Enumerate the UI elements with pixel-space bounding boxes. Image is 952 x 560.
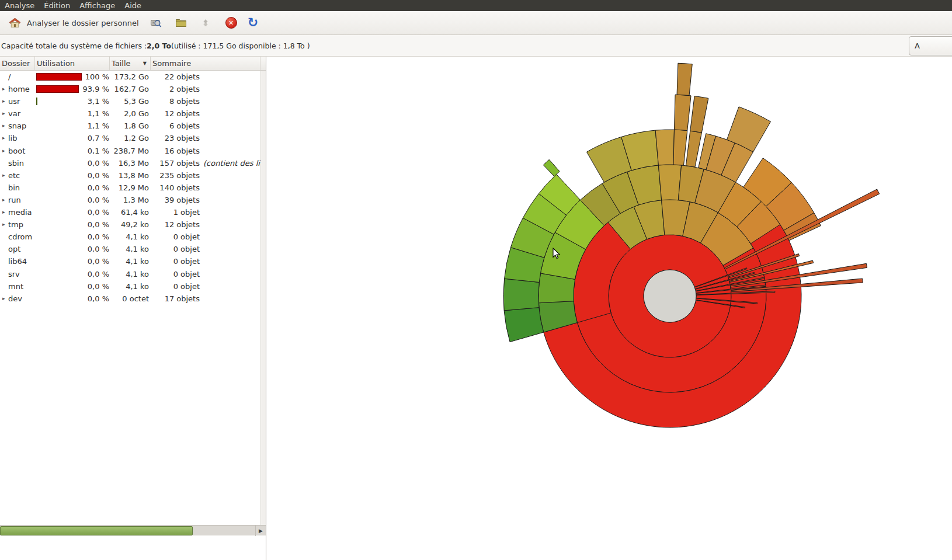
table-row[interactable]: ▸media0,0 %61,4 ko1 objet <box>0 206 260 218</box>
sort-descending-icon: ▼ <box>143 61 147 66</box>
size-value: 2,0 Go <box>110 107 149 120</box>
scan-home-button[interactable]: Analyser le dossier personnel <box>2 13 144 33</box>
summary-value: 12 objets <box>150 218 200 231</box>
table-row[interactable]: bin0,0 %12,9 Mo140 objets <box>0 182 260 194</box>
ring-segment[interactable] <box>673 130 687 165</box>
folder-cell: opt <box>0 243 35 255</box>
usage-percent: 93,9 % <box>82 83 109 95</box>
usage-percent: 0,0 % <box>82 268 109 280</box>
table-row[interactable]: /100 %173,2 Go22 objets <box>0 71 260 83</box>
ring-segment[interactable] <box>503 279 539 311</box>
refresh-button[interactable]: ↻ <box>242 13 263 33</box>
usage-bar <box>36 98 37 105</box>
table-row[interactable]: ▸tmp0,0 %49,2 ko12 objets <box>0 218 260 231</box>
table-row[interactable]: cdrom0,0 %4,1 ko0 objet <box>0 231 260 243</box>
summary-value: 17 objets <box>150 293 200 305</box>
summary-value: 12 objets <box>150 107 200 120</box>
view-selector-button[interactable]: A <box>909 36 952 55</box>
scan-filesystem-button[interactable] <box>144 13 169 33</box>
summary-note: (contient des lie <box>203 157 260 169</box>
usage-bar-cell <box>36 233 82 241</box>
column-header-dossier[interactable]: Dossier <box>0 57 35 70</box>
folder-name: tmp <box>8 218 23 231</box>
table-row[interactable]: sbin0,0 %16,3 Mo157 objets(contient des … <box>0 157 260 169</box>
scan-remote-button[interactable] <box>193 13 218 33</box>
usage-bar-cell <box>36 98 82 105</box>
expander-icon[interactable]: ▸ <box>2 145 5 157</box>
table-row[interactable]: ▸snap1,1 %1,8 Go6 objets <box>0 120 260 132</box>
panel-divider <box>266 57 266 560</box>
table-row[interactable]: ▸home93,9 %162,7 Go2 objets <box>0 83 260 95</box>
usage-percent: 0,0 % <box>82 218 109 231</box>
summary-value: 23 objets <box>150 132 200 144</box>
usage-percent: 0,7 % <box>82 132 109 144</box>
expander-icon[interactable]: ▸ <box>2 169 5 182</box>
stop-button[interactable]: ✕ <box>220 13 242 33</box>
ring-segment[interactable] <box>655 130 674 165</box>
column-header-sommaire[interactable]: Sommaire <box>151 57 260 70</box>
menu-affichage[interactable]: Affichage <box>75 0 120 11</box>
folder-cell: srv <box>0 268 35 280</box>
folder-cell: ▸var <box>0 107 35 120</box>
column-header-utilisation[interactable]: Utilisation <box>35 57 110 70</box>
table-row[interactable]: mnt0,0 %4,1 ko0 objet <box>0 280 260 293</box>
table-row[interactable]: ▸usr3,1 %5,3 Go8 objets <box>0 95 260 107</box>
menu-analyse[interactable]: Analyse <box>1 0 40 11</box>
table-row[interactable]: ▸run0,0 %1,3 Mo39 objets <box>0 194 260 206</box>
ring-segment[interactable] <box>677 63 692 95</box>
expander-icon[interactable]: ▸ <box>2 95 5 107</box>
capacity-total: 2,0 To <box>147 41 171 50</box>
menu-aide[interactable]: Aide <box>120 0 147 11</box>
usage-bar-cell <box>36 196 82 204</box>
expander-icon[interactable]: ▸ <box>2 194 5 206</box>
ring-segment[interactable] <box>690 96 708 133</box>
ring-chart[interactable] <box>266 57 952 560</box>
table-row[interactable]: ▸etc0,0 %13,8 Mo235 objets <box>0 169 260 182</box>
ring-segment[interactable] <box>504 308 544 342</box>
ring-segment[interactable] <box>674 95 691 130</box>
usage-percent: 0,0 % <box>82 206 109 218</box>
usage-percent: 1,1 % <box>82 120 109 132</box>
menu-edition[interactable]: Édition <box>40 0 75 11</box>
toolbar: Analyser le dossier personnel <box>0 11 952 35</box>
table-row[interactable]: srv0,0 %4,1 ko0 objet <box>0 268 260 280</box>
expander-icon[interactable]: ▸ <box>2 293 5 305</box>
usage-bar-cell <box>36 159 82 167</box>
capacity-text-prefix: Capacité totale du système de fichiers : <box>1 41 147 50</box>
usage-bar-cell <box>36 134 82 142</box>
expander-icon[interactable]: ▸ <box>2 120 5 132</box>
table-row[interactable]: ▸var1,1 %2,0 Go12 objets <box>0 107 260 120</box>
scan-folder-button[interactable] <box>169 13 193 33</box>
column-header-taille[interactable]: Taille ▼ <box>110 57 151 70</box>
ring-segment[interactable] <box>658 165 681 200</box>
ring-segment[interactable] <box>686 131 701 167</box>
scroll-right-arrow-icon[interactable]: ▶ <box>255 526 266 536</box>
vertical-scrollbar[interactable] <box>260 71 266 525</box>
scan-home-label: Analyser le dossier personnel <box>27 19 139 27</box>
folder-cell: ▸etc <box>0 169 35 182</box>
horizontal-scrollbar[interactable]: ▶ <box>0 525 266 535</box>
table-row[interactable]: lib640,0 %4,1 ko0 objet <box>0 255 260 267</box>
table-row[interactable]: ▸lib0,7 %1,2 Go23 objets <box>0 132 260 144</box>
folder-cell: / <box>0 71 35 83</box>
expander-icon[interactable]: ▸ <box>2 83 5 95</box>
folder-cell: ▸dev <box>0 293 35 305</box>
expander-icon[interactable]: ▸ <box>2 107 5 120</box>
table-row[interactable]: opt0,0 %4,1 ko0 objet <box>0 243 260 255</box>
size-value: 173,2 Go <box>110 71 149 83</box>
folder-cell: ▸boot <box>0 145 35 157</box>
expander-icon[interactable]: ▸ <box>2 206 5 218</box>
chart-center-hub[interactable] <box>644 270 696 322</box>
table-row[interactable]: ▸boot0,1 %238,7 Mo16 objets <box>0 145 260 157</box>
table-row[interactable]: ▸dev0,0 %0 octet17 objets <box>0 293 260 305</box>
folder-name: run <box>8 194 21 206</box>
folder-name: snap <box>8 120 26 132</box>
horizontal-scrollbar-thumb[interactable] <box>0 526 193 535</box>
size-value: 238,7 Mo <box>110 145 149 157</box>
ring-segment[interactable] <box>543 159 560 176</box>
expander-icon[interactable]: ▸ <box>2 132 5 144</box>
usage-bar-cell <box>36 110 82 117</box>
usage-percent: 0,0 % <box>82 194 109 206</box>
folder-name: cdrom <box>8 231 32 243</box>
expander-icon[interactable]: ▸ <box>2 218 5 231</box>
